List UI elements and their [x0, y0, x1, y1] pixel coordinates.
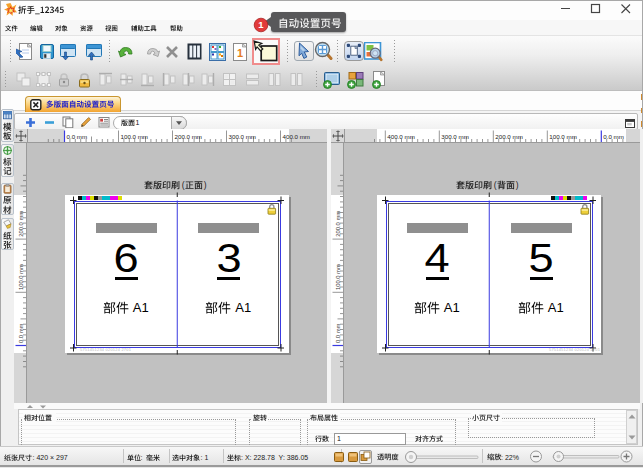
svg-text:300.0 mm: 300.0 mm: [441, 133, 469, 140]
svg-text:200.0 mm: 200.0 mm: [175, 133, 203, 140]
svg-text:1: 1: [237, 47, 243, 59]
svg-text:100.0 mm: 100.0 mm: [18, 264, 24, 290]
svg-text:100.0 mm: 100.0 mm: [549, 133, 577, 140]
svg-text:200.0 mm: 200.0 mm: [335, 211, 341, 237]
svg-text:400.0 mm: 400.0 mm: [283, 133, 311, 140]
svg-text:0.0 mm: 0.0 mm: [18, 324, 24, 343]
svg-text:100.0 mm: 100.0 mm: [335, 264, 341, 290]
svg-text:200.0 mm: 200.0 mm: [495, 133, 523, 140]
svg-text:300.0 mm: 300.0 mm: [229, 133, 257, 140]
svg-text:0.0 mm: 0.0 mm: [67, 133, 88, 140]
svg-text:200.0 mm: 200.0 mm: [18, 211, 24, 237]
svg-text:100.0 mm: 100.0 mm: [121, 133, 149, 140]
svg-text:1: 1: [258, 19, 264, 30]
svg-text:0.0 mm: 0.0 mm: [335, 324, 341, 343]
svg-text:0.0 mm: 0.0 mm: [603, 133, 624, 140]
svg-text:400.0 mm: 400.0 mm: [387, 133, 415, 140]
